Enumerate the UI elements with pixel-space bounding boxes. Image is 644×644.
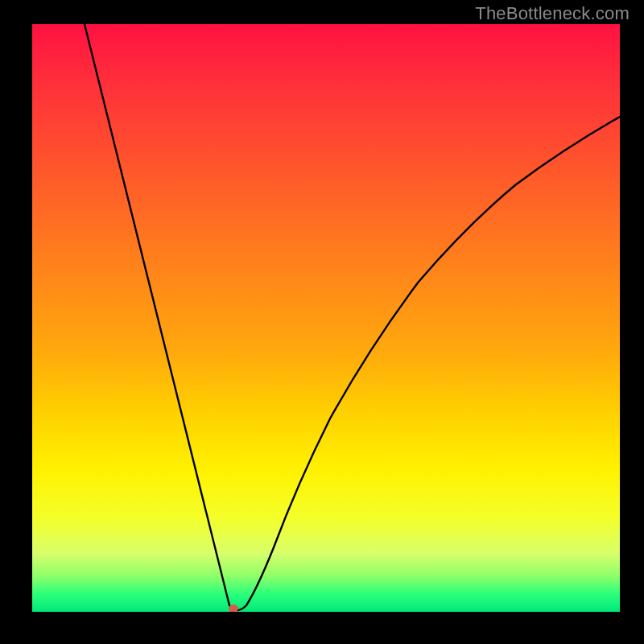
bottleneck-curve (85, 24, 620, 610)
watermark-text: TheBottleneck.com (475, 3, 630, 24)
chart-frame: TheBottleneck.com (0, 0, 644, 644)
curve-svg (32, 24, 620, 612)
plot-area (32, 24, 620, 612)
